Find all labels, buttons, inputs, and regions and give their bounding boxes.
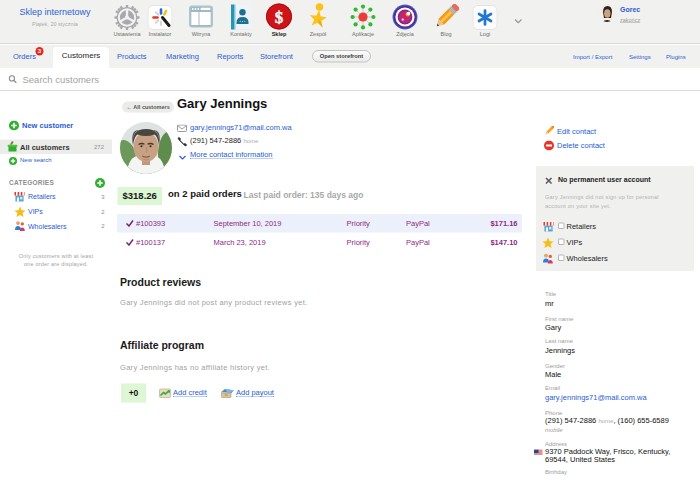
svg-text:$: $ xyxy=(275,8,284,27)
